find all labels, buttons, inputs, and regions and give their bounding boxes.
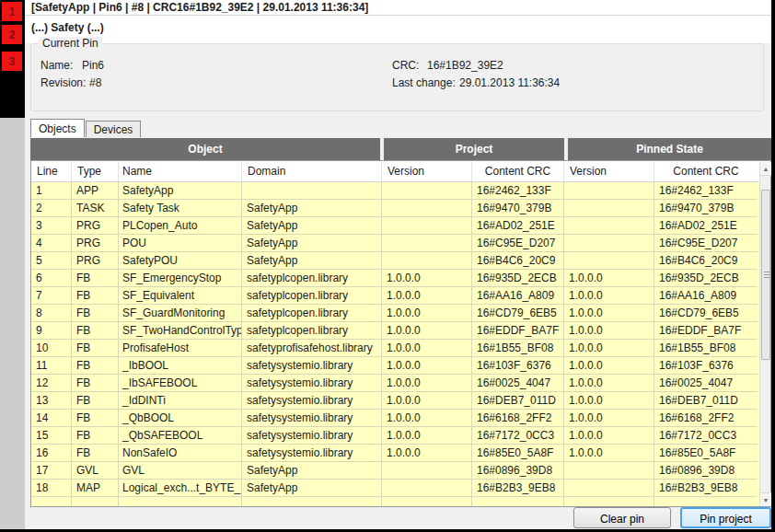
col-header-domain[interactable]: Domain [242, 162, 382, 181]
table-cell: 16#DEB7_011D [472, 392, 564, 410]
table-column-headers: Line Type Name Domain Version Content CR… [31, 162, 759, 182]
table-cell: 8 [31, 305, 72, 322]
scroll-up-icon[interactable]: ▲ [760, 162, 771, 176]
table-cell: 16#103F_6376 [472, 357, 564, 375]
table-cell: SafetyApp [242, 235, 382, 252]
tab-objects[interactable]: Objects [30, 119, 85, 137]
col-header-version[interactable]: Version [382, 162, 472, 181]
table-cell: FB [72, 427, 119, 445]
table-cell: safetysystemio.library [242, 375, 382, 392]
table-row[interactable]: 7FBSF_Equivalentsafetyplcopen.library1.0… [31, 287, 759, 305]
table-cell: safetysystemio.library [242, 392, 382, 410]
table-cell: 1.0.0.0 [564, 445, 654, 462]
table-cell: 6 [31, 270, 72, 287]
table-cell: PRG [72, 235, 119, 252]
table-row[interactable]: 15FB_QbSAFEBOOLsafetysystemio.library1.0… [31, 427, 759, 445]
tab-devices[interactable]: Devices [86, 121, 142, 137]
col-header-type[interactable]: Type [72, 162, 119, 181]
table-cell: 16#9470_379B [654, 200, 758, 217]
table-row[interactable]: 16FBNonSafeIOsafetysystemio.library1.0.0… [31, 445, 759, 462]
pin-project-button[interactable]: Pin project [680, 507, 771, 528]
table-cell: SafetyApp [242, 480, 382, 497]
table-cell: ProfisafeHost [119, 340, 242, 357]
table-cell: 16#B2B3_9EB8 [654, 480, 758, 497]
col-header-pinned-content-crc[interactable]: Content CRC [654, 162, 758, 181]
table-cell: PLCopen_Auto [119, 217, 242, 235]
table-cell: 16#935D_2ECB [472, 270, 564, 287]
table-row[interactable]: 12FB_IbSAFEBOOLsafetysystemio.library1.0… [31, 375, 759, 392]
table-row[interactable]: 8FBSF_GuardMonitoringsafetyplcopen.libra… [31, 305, 759, 322]
scroll-down-icon[interactable]: ▼ [760, 492, 771, 506]
scrollbar-thumb[interactable] [761, 190, 770, 360]
table-cell: 1.0.0.0 [382, 287, 472, 305]
table-cell: 16#0896_39D8 [472, 462, 564, 480]
col-header-line[interactable]: Line [31, 162, 72, 181]
table-cell: SF_TwoHandControlTypeIII [119, 322, 242, 340]
table-cell: 18 [31, 480, 72, 497]
table-cell [242, 182, 382, 200]
table-cell: 1.0.0.0 [382, 322, 472, 340]
table-cell [472, 497, 564, 506]
table-row[interactable]: 5PRGSafetyPOUSafetyApp16#B4C6_20C916#B4C… [31, 252, 759, 270]
table-row[interactable]: 10FBProfisafeHostsafetyprofisafehost.lib… [31, 340, 759, 357]
table-cell [564, 252, 654, 270]
table-cell: 1.0.0.0 [382, 375, 472, 392]
table-cell: safetysystemio.library [242, 427, 382, 445]
table-cell: Logical_exch...t_BYTE_1xIn [119, 480, 242, 497]
table-cell [564, 235, 654, 252]
table-row[interactable]: 14FB_QbBOOLsafetysystemio.library1.0.0.0… [31, 410, 759, 427]
annotation-marker-2: 2 [2, 25, 22, 44]
table-cell: FB [72, 287, 119, 305]
left-margin-strip [0, 118, 25, 529]
col-header-content-crc[interactable]: Content CRC [472, 162, 564, 181]
table-cell: POU [119, 235, 242, 252]
table-row[interactable]: 1APPSafetyApp16#2462_133F16#2462_133F [31, 182, 759, 200]
col-header-name[interactable]: Name [119, 162, 242, 181]
table-cell: 16#AA16_A809 [654, 287, 758, 305]
table-cell [564, 497, 654, 506]
table-cell: 1.0.0.0 [564, 305, 654, 322]
table-row[interactable]: 17GVLGVLSafetyApp16#0896_39D816#0896_39D… [31, 462, 759, 480]
table-group-header: Object Project Pinned State [30, 138, 771, 160]
table-cell: 16#AD02_251E [472, 217, 564, 235]
table-cell: 3 [31, 217, 72, 235]
table-row[interactable]: 2TASKSafety TaskSafetyApp16#9470_379B16#… [31, 200, 759, 217]
table-row[interactable]: 6FBSF_EmergencyStopsafetyplcopen.library… [31, 270, 759, 287]
table-cell: 16#0025_4047 [654, 375, 758, 392]
table-row[interactable]: 3PRGPLCopen_AutoSafetyApp16#AD02_251E16#… [31, 217, 759, 235]
table-cell: SafetyApp [242, 462, 382, 480]
table-row[interactable]: 11FB_IbBOOLsafetysystemio.library1.0.0.0… [31, 357, 759, 375]
last-change-label: Last change: [392, 76, 456, 89]
table-cell: 1.0.0.0 [382, 410, 472, 427]
table-cell: 16#85E0_5A8F [654, 445, 758, 462]
table-row[interactable]: 13FB_IdDINTisafetysystemio.library1.0.0.… [31, 392, 759, 410]
table-row[interactable]: 9FBSF_TwoHandControlTypeIIIsafetyplcopen… [31, 322, 759, 340]
table-cell: 1.0.0.0 [564, 270, 654, 287]
table-cell: 16#CD79_6EB5 [472, 305, 564, 322]
col-header-pinned-version[interactable]: Version [564, 162, 654, 181]
table-cell [382, 462, 472, 480]
table-cell: 16#2462_133F [472, 182, 564, 200]
table-cell: SafetyApp [242, 200, 382, 217]
group-header-pinned-state: Pinned State [568, 138, 771, 160]
crc-label: CRC: [392, 59, 419, 72]
table-cell: 16#CD79_6EB5 [654, 305, 758, 322]
table-cell: 1.0.0.0 [382, 270, 472, 287]
table-cell: 16#C95E_D207 [472, 235, 564, 252]
table-cell: safetysystemio.library [242, 410, 382, 427]
table-cell [564, 480, 654, 497]
table-cell: 16#2462_133F [654, 182, 758, 200]
group-header-object: Object [30, 138, 380, 160]
vertical-scrollbar[interactable]: ▲ ▼ [759, 162, 770, 506]
table-cell: 1.0.0.0 [382, 445, 472, 462]
table-row[interactable]: 18MAPLogical_exch...t_BYTE_1xInSafetyApp… [31, 480, 759, 497]
table-cell [382, 235, 472, 252]
clear-pin-button[interactable]: Clear pin [573, 507, 671, 528]
table-cell: safetysystemio.library [242, 445, 382, 462]
pin-summary-bar: [SafetyApp | Pin6 | #8 | CRC16#1B92_39E2… [25, 0, 771, 16]
table-cell: 1.0.0.0 [564, 322, 654, 340]
table-cell: NonSafeIO [119, 445, 242, 462]
table-cell: FB [72, 357, 119, 375]
name-label: Name: [40, 59, 73, 72]
table-row[interactable]: 4PRGPOUSafetyApp16#C95E_D20716#C95E_D207 [31, 235, 759, 252]
